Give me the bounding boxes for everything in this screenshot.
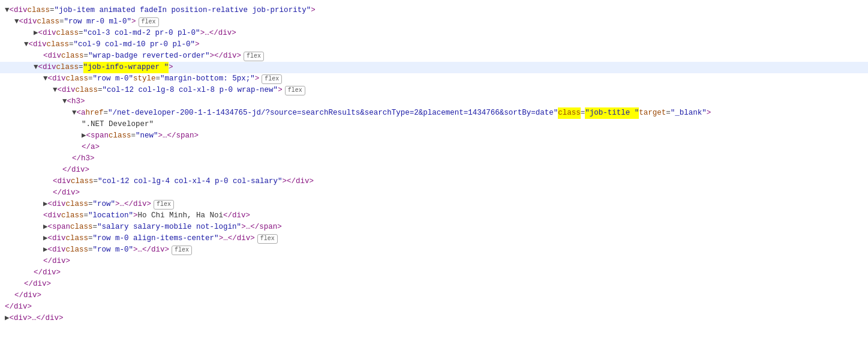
attr-name: class [71,176,94,187]
code-line: ▶ <span class="new">…</span> [0,130,868,142]
code-line: </div> [0,187,868,199]
html-tag: </a> [82,142,100,153]
punctuation: ▼ [43,73,48,85]
code-line: ▼ <div class="row m-0" style="margin-bot… [0,73,868,85]
code-line: ▶ <div>…</div> [0,313,868,324]
attr-value: "new" [136,130,158,142]
code-line: ▶ <div class="row m-0">…</div>flex [0,244,868,256]
code-line: </div> [0,301,868,313]
code-line: ▼ <div class="job-info-wrapper "> [0,62,868,73]
html-tag: > [169,62,173,73]
html-tag: >…</div> [219,233,255,244]
punctuation: = [666,107,671,119]
punctuation: = [88,73,93,85]
attr-value: "job-item animated fadeIn position-relat… [55,5,311,16]
attr-value: "wrap-badge reverted-order" [88,50,210,62]
html-tag: <a [77,107,86,119]
code-line: </div> [0,164,868,176]
attr-name: class [70,222,93,233]
html-tag: ></div> [283,176,314,187]
punctuation: = [156,73,161,85]
text-content: Ho Chi Minh, Ha Noi [138,210,224,222]
html-tag: >…</span> [158,130,199,142]
punctuation: = [104,107,109,119]
html-tag: </div> [14,290,41,301]
attr-value: "col-3 col-md-2 pr-0 pl-0" [83,28,200,39]
punctuation: ▼ [72,107,77,119]
html-tag: > [255,73,260,85]
punctuation: ▶ [82,130,86,142]
html-tag: > [133,210,138,222]
highlighted-attr-value: "job-info-wrapper " [83,62,169,73]
html-tag: <div [53,176,71,187]
html-tag: <div [38,62,56,73]
attr-value: "row mr-0 ml-0" [64,16,132,28]
attr-name: class [66,233,89,244]
punctuation: ▼ [62,96,67,107]
flex-badge: flex [244,52,264,61]
code-line: ▶ <div class="col-3 col-md-2 pr-0 pl-0">… [0,28,868,39]
code-line: ▼ <div class="job-item animated fadeIn p… [0,5,868,16]
html-tag: > [278,85,283,96]
html-tag: <div [48,233,66,244]
punctuation: = [79,28,83,39]
html-tag: ></div> [210,50,242,62]
html-tag: <div [38,28,56,39]
flex-badge: flex [172,246,192,255]
html-tag: </div> [53,187,80,199]
html-tag: <div [43,50,61,62]
flex-badge: flex [154,200,174,210]
html-tag: <div [19,16,37,28]
html-tag: <div>…</div> [10,313,64,324]
punctuation: ▶ [43,244,48,256]
attr-name: class [61,50,84,62]
code-line: ▼ <div class="row mr-0 ml-0">flex [0,16,868,28]
code-line: ▼ <h3> [0,96,868,107]
attr-name: class [28,5,50,16]
attr-value: "row m-0 align-items-center" [93,233,219,244]
attr-name: class [66,199,89,210]
html-tag: > [131,16,136,28]
html-tag: >…</div> [133,244,169,256]
attr-value: "_blank" [671,107,707,119]
html-tag: <div [43,210,61,222]
punctuation: = [581,107,585,119]
html-tag: </div> [43,256,70,267]
code-line: <div class="col-12 col-lg-4 col-xl-4 p-0… [0,176,868,187]
punctuation: = [69,39,74,50]
punctuation: ▼ [24,39,29,50]
code-line: ▶ <div class="row m-0 align-items-center… [0,233,868,244]
code-line: <div class="location">Ho Chi Minh, Ha No… [0,210,868,222]
punctuation: = [88,233,93,244]
punctuation: ▼ [14,16,19,28]
html-tag: </div> [223,210,250,222]
punctuation: ▶ [34,28,38,39]
text-content: ".NET Developer" [82,119,154,130]
attr-name: class [66,73,89,85]
punctuation: = [88,244,93,256]
code-line: <div class="wrap-badge reverted-order"><… [0,50,868,62]
code-line: ▼ <div class="col-12 col-lg-8 col-xl-8 p… [0,85,868,96]
html-tag: <div [29,39,47,50]
html-tag: >…</span> [241,222,282,233]
attr-name: href [86,107,104,119]
punctuation: ▼ [34,62,38,73]
attr-name: class [61,210,84,222]
html-tag: </div> [24,279,51,290]
highlighted-attr-name: class [558,107,581,119]
attr-name: class [109,130,131,142]
code-line: ".NET Developer" [0,119,868,130]
punctuation: = [88,199,93,210]
punctuation: = [131,130,136,142]
code-line: </h3> [0,153,868,164]
code-viewer: ▼ <div class="job-item animated fadeIn p… [0,5,868,362]
flex-badge: flex [285,86,305,95]
attr-value: "margin-bottom: 5px;" [160,73,255,85]
code-line: </div> [0,267,868,279]
attr-value: "col-9 col-md-10 pr-0 pl-0" [74,39,196,50]
code-line: ▶ <div class="row">…</div>flex [0,199,868,210]
attr-name: class [56,62,79,73]
punctuation: = [94,176,98,187]
punctuation: ▶ [43,222,48,233]
attr-value: "/net-developer-200-1-1-1434765-jd/?sour… [108,107,558,119]
